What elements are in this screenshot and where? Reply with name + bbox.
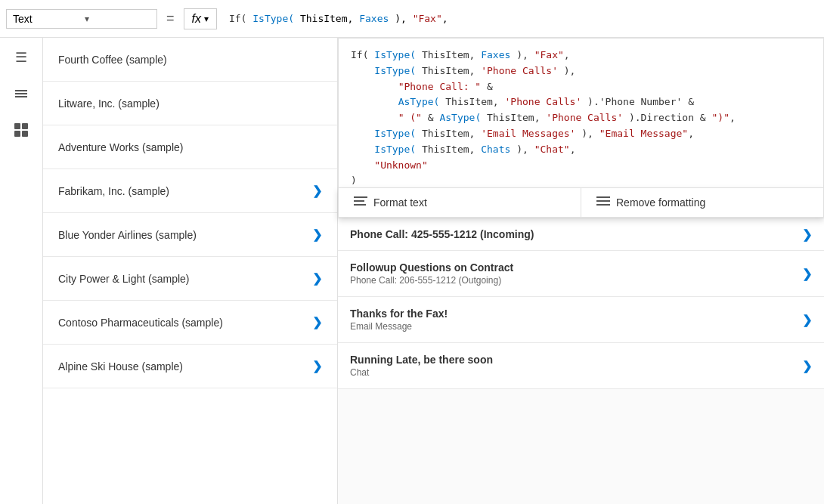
list-item[interactable]: Blue Yonder Airlines (sample) ❯	[43, 213, 337, 257]
formula-bar[interactable]: If( IsType( ThisItem, Faxes ), "Fax",	[223, 10, 818, 27]
list-item[interactable]: City Power & Light (sample) ❯	[43, 257, 337, 301]
svg-rect-2	[15, 96, 27, 97]
activity-item[interactable]: Thanks for the Fax! Email Message ❯	[338, 297, 824, 343]
main-area: Fourth Coffee (sample) Litware, Inc. (sa…	[43, 38, 824, 504]
left-sidebar: ☰	[0, 38, 43, 504]
activity-content: Phone Call: 425-555-1212 (Incoming)	[350, 228, 802, 242]
list-item-arrow: ❯	[312, 184, 322, 198]
svg-rect-0	[15, 90, 27, 91]
activity-arrow: ❯	[802, 313, 812, 327]
activity-content: Followup Questions on Contract Phone Cal…	[350, 261, 802, 286]
svg-rect-1	[15, 93, 27, 94]
fx-chevron: ▾	[204, 14, 209, 24]
activity-title: Running Late, be there soon	[350, 354, 802, 366]
svg-rect-5	[14, 131, 20, 137]
menu-icon[interactable]: ☰	[11, 47, 32, 68]
activity-title: Followup Questions on Contract	[350, 261, 802, 274]
code-editor[interactable]: If( IsType( ThisItem, Faxes ), "Fax", Is…	[338, 38, 824, 199]
list-item-arrow: ❯	[312, 359, 322, 373]
activity-title: Thanks for the Fax!	[350, 308, 802, 320]
activity-subtitle: Email Message	[350, 321, 802, 332]
grid-icon[interactable]	[11, 119, 32, 141]
activity-item[interactable]: Phone Call: 425-555-1212 (Incoming) ❯	[338, 219, 824, 251]
activity-item[interactable]: Followup Questions on Contract Phone Cal…	[338, 251, 824, 297]
list-item[interactable]: Fabrikam, Inc. (sample) ❯	[43, 169, 337, 213]
remove-formatting-item[interactable]: Remove formatting	[581, 188, 823, 217]
svg-rect-3	[14, 123, 20, 129]
right-panel: If( IsType( ThisItem, Faxes ), "Fax", Is…	[338, 38, 824, 504]
activity-arrow: ❯	[802, 359, 812, 373]
activity-content: Running Late, be there soon Chat	[350, 354, 802, 378]
list-panel: Fourth Coffee (sample) Litware, Inc. (sa…	[43, 38, 338, 504]
field-selector-label: Text	[13, 13, 79, 25]
svg-rect-6	[22, 131, 28, 137]
dropdown-menu: Format text Remove formatting	[338, 187, 824, 218]
list-item[interactable]: Contoso Pharmaceuticals (sample) ❯	[43, 301, 337, 345]
field-selector[interactable]: Text ▾	[6, 9, 157, 29]
format-text-item[interactable]: Format text	[339, 188, 581, 217]
remove-formatting-label: Remove formatting	[616, 196, 705, 209]
activity-item[interactable]: Running Late, be there soon Chat ❯	[338, 343, 824, 389]
field-selector-chevron: ▾	[85, 14, 150, 24]
list-item[interactable]: Litware, Inc. (sample)	[43, 82, 337, 125]
activity-arrow: ❯	[802, 227, 812, 242]
list-item[interactable]: Adventure Works (sample)	[43, 125, 337, 169]
activity-arrow: ❯	[802, 267, 812, 281]
activity-title: Phone Call: 425-555-1212 (Incoming)	[350, 228, 802, 240]
remove-formatting-icon	[596, 196, 610, 209]
fx-symbol: fx	[192, 12, 201, 26]
activity-subtitle: Phone Call: 206-555-1212 (Outgoing)	[350, 275, 802, 286]
list-item-arrow: ❯	[312, 227, 322, 242]
list-item-arrow: ❯	[312, 315, 322, 329]
activity-subtitle: Chat	[350, 367, 802, 378]
list-item[interactable]: Alpine Ski House (sample) ❯	[43, 345, 337, 388]
activity-list: Phone Call: 425-555-1212 (Incoming) ❯ Fo…	[338, 219, 824, 504]
top-bar: Text ▾ = fx ▾ If( IsType( ThisItem, Faxe…	[0, 0, 824, 38]
fx-button[interactable]: fx ▾	[184, 8, 217, 29]
format-text-icon	[354, 196, 367, 209]
list-item-arrow: ❯	[312, 271, 322, 286]
layers-icon[interactable]	[11, 83, 32, 104]
list-item[interactable]: Fourth Coffee (sample)	[43, 38, 337, 82]
format-text-label: Format text	[373, 196, 427, 209]
equals-sign: =	[163, 11, 178, 26]
svg-rect-4	[22, 123, 28, 129]
activity-content: Thanks for the Fax! Email Message	[350, 308, 802, 332]
